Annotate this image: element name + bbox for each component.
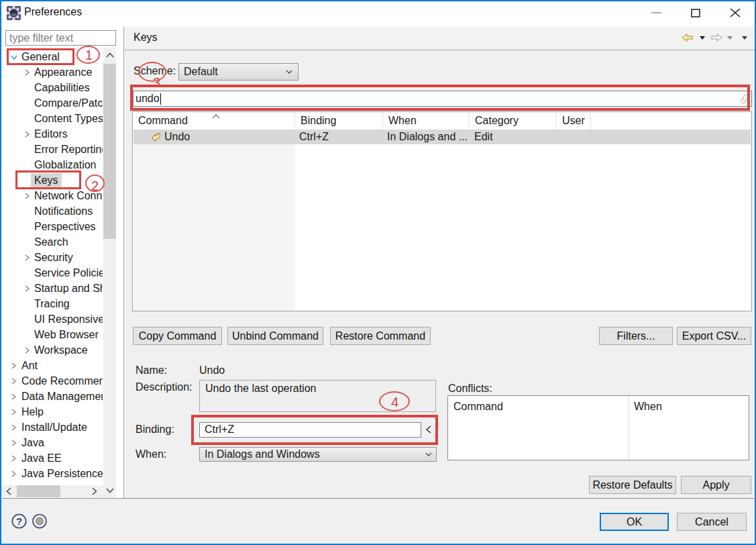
svg-text:?: ? — [16, 515, 22, 527]
